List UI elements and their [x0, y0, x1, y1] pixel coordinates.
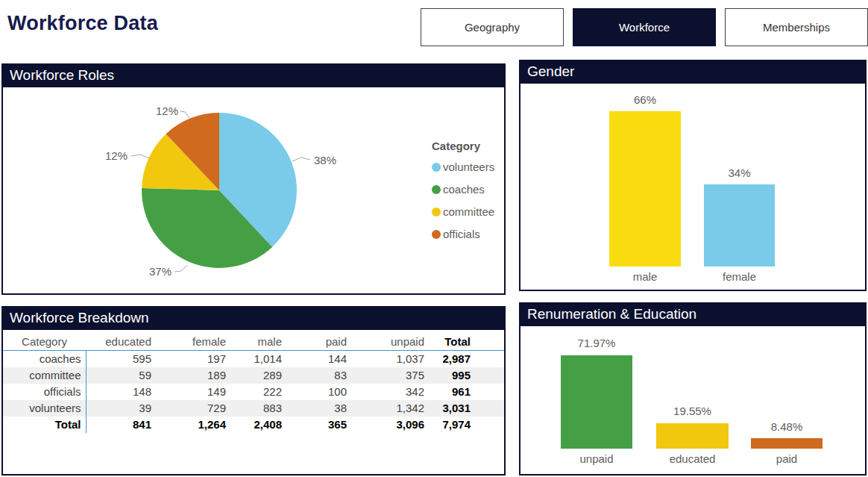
- leader-line-volunteers: [292, 158, 310, 161]
- bar-category-male: male: [609, 270, 681, 283]
- panel-title-gender: Gender: [521, 61, 865, 84]
- leader-line-committee: [131, 155, 149, 158]
- tab-geography[interactable]: Geography: [421, 8, 564, 46]
- bar-category-female: female: [704, 270, 775, 283]
- bar-value-paid: 8.48%: [751, 420, 823, 433]
- cell-grand-total: 7,974: [429, 417, 475, 433]
- cell-paid: 100: [286, 384, 351, 400]
- legend-dot-coaches: [432, 185, 441, 194]
- panel-workforce-roles: Workforce Roles 38% 37% 12% 12% Category…: [1, 63, 506, 295]
- legend-dot-volunteers: [432, 163, 441, 172]
- cell-paid: 38: [286, 400, 351, 417]
- legend-dot-committee: [432, 208, 441, 216]
- cell-educated: 148: [86, 384, 156, 400]
- column-header-total[interactable]: Total: [429, 334, 475, 351]
- bar-paid[interactable]: [751, 438, 823, 449]
- cell-paid: 144: [286, 351, 351, 368]
- column-header-unpaid[interactable]: unpaid: [351, 334, 429, 351]
- legend-title: Category: [432, 140, 494, 152]
- cell-filler: [475, 384, 504, 400]
- cell-category: volunteers: [3, 400, 86, 417]
- bar-value-female: 34%: [704, 166, 775, 179]
- cell-female: 729: [156, 400, 230, 417]
- bar-category-educated: educated: [656, 452, 729, 465]
- tab-bar: Geography Workforce Memberships: [421, 8, 868, 46]
- cell-educated-total: 841: [86, 417, 156, 433]
- page-title: Workforce Data: [7, 12, 158, 35]
- table-row-committee[interactable]: committee 59 189 289 83 375 995: [3, 367, 504, 384]
- bar-unpaid[interactable]: [561, 355, 632, 449]
- bar-value-educated: 19.55%: [656, 405, 729, 417]
- cell-male: 289: [230, 367, 286, 384]
- cell-male: 883: [230, 400, 286, 417]
- cell-unpaid: 1,037: [351, 351, 429, 368]
- panel-title-workforce-breakdown: Workforce Breakdown: [3, 308, 504, 330]
- tab-workforce[interactable]: Workforce: [573, 8, 716, 46]
- legend-label-officials: officials: [443, 228, 480, 240]
- cell-total: 2,987: [429, 351, 475, 368]
- leader-line-officials: [180, 111, 189, 118]
- cell-unpaid: 1,342: [351, 400, 429, 417]
- tab-memberships[interactable]: Memberships: [725, 8, 868, 46]
- cell-category: officials: [3, 384, 86, 400]
- panel-renumeration-education: Renumeration & Education 71.97% 19.55% 8…: [519, 302, 867, 476]
- leader-line-coaches: [174, 265, 187, 272]
- panel-title-workforce-roles: Workforce Roles: [3, 65, 504, 87]
- table-header-row: Category educated female male paid unpai…: [3, 334, 504, 351]
- column-header-male[interactable]: male: [230, 334, 286, 351]
- cell-male-total: 2,408: [230, 417, 286, 433]
- cell-educated: 595: [86, 351, 156, 368]
- cell-female: 197: [156, 351, 230, 368]
- cell-female: 189: [156, 367, 230, 384]
- column-header-educated[interactable]: educated: [86, 334, 156, 351]
- legend-item-officials[interactable]: officials: [432, 226, 494, 249]
- panel-title-renumeration-education: Renumeration & Education: [521, 304, 865, 326]
- pie-label-coaches: 37%: [149, 265, 172, 278]
- cell-male: 1,014: [230, 351, 286, 368]
- bar-value-unpaid: 71.97%: [561, 337, 632, 349]
- cell-category-total: Total: [3, 417, 86, 433]
- legend-item-committee[interactable]: committee: [432, 204, 494, 226]
- column-header-paid[interactable]: paid: [286, 334, 351, 351]
- cell-male: 222: [230, 384, 286, 400]
- bar-category-unpaid: unpaid: [561, 452, 632, 465]
- cell-female-total: 1,264: [156, 417, 230, 433]
- cell-female: 149: [156, 384, 230, 400]
- table-row-total: Total 841 1,264 2,408 365 3,096 7,974: [3, 417, 504, 433]
- table-row-volunteers[interactable]: volunteers 39 729 883 38 1,342 3,031: [3, 400, 504, 417]
- column-header-female[interactable]: female: [156, 334, 230, 351]
- cell-unpaid: 375: [351, 367, 429, 384]
- bar-educated[interactable]: [656, 423, 729, 449]
- cell-filler: [475, 417, 504, 433]
- panel-gender: Gender 66% 34% male female: [519, 60, 867, 291]
- table-row-coaches[interactable]: coaches 595 197 1,014 144 1,037 2,987: [3, 351, 504, 368]
- legend-dot-officials: [432, 230, 441, 239]
- cell-educated: 59: [86, 367, 156, 384]
- legend-item-volunteers[interactable]: volunteers: [432, 159, 494, 181]
- pie-label-officials: 12%: [156, 105, 178, 117]
- bar-male[interactable]: [609, 111, 681, 266]
- cell-unpaid-total: 3,096: [351, 417, 429, 433]
- cell-filler: [475, 367, 504, 384]
- table-row-officials[interactable]: officials 148 149 222 100 342 961: [3, 384, 504, 400]
- legend-label-committee: committee: [443, 205, 494, 218]
- cell-paid: 83: [286, 367, 351, 384]
- cell-paid-total: 365: [286, 417, 351, 433]
- cell-filler: [475, 351, 504, 368]
- cell-category: coaches: [3, 351, 86, 368]
- cell-total: 961: [429, 384, 475, 400]
- legend-item-coaches[interactable]: coaches: [432, 181, 494, 204]
- legend-label-coaches: coaches: [443, 183, 485, 196]
- column-header-filler: [475, 334, 504, 351]
- cell-unpaid: 342: [351, 384, 429, 400]
- bar-category-paid: paid: [751, 452, 823, 465]
- workforce-breakdown-table: Category educated female male paid unpai…: [3, 334, 504, 433]
- panel-workforce-breakdown: Workforce Breakdown Category educated fe…: [1, 306, 506, 476]
- column-header-category[interactable]: Category: [3, 334, 86, 351]
- pie-label-committee: 12%: [105, 149, 128, 162]
- cell-total: 995: [429, 367, 475, 384]
- bar-value-male: 66%: [609, 93, 681, 106]
- cell-total: 3,031: [429, 400, 475, 417]
- bar-female[interactable]: [704, 184, 775, 266]
- cell-filler: [475, 400, 504, 417]
